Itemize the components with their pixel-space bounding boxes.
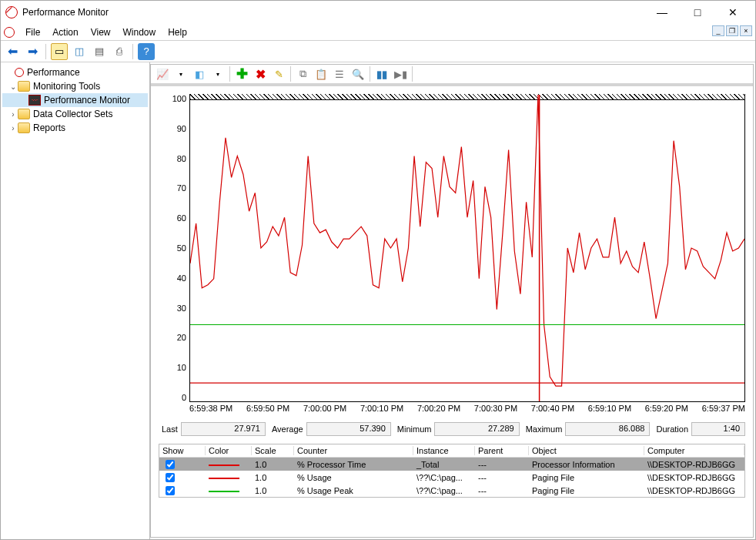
expand-icon[interactable]: ⌄ <box>8 82 18 91</box>
tree-node-monitoring[interactable]: ⌄ Monitoring Tools <box>2 79 148 93</box>
table-row[interactable]: 1.0% Usage Peak\??\C:\pag...---Paging Fi… <box>159 484 744 497</box>
x-tick: 7:00:30 PM <box>474 404 517 413</box>
delete-counter-button[interactable]: ✖ <box>252 65 269 82</box>
titlebar: Performance Monitor ― □ ✕ <box>1 1 755 24</box>
perfmon-icon: 〰 <box>28 95 41 106</box>
x-tick: 6:59:20 PM <box>645 404 688 413</box>
stat-avg-value: 57.390 <box>306 422 391 436</box>
y-tick: 10 <box>177 363 186 372</box>
stat-max-label: Maximum <box>523 424 563 434</box>
cell-counter: % Processor Time <box>294 460 413 469</box>
column-header[interactable]: Parent <box>475 446 529 455</box>
y-tick: 90 <box>177 124 186 133</box>
x-tick: 6:59:50 PM <box>246 404 289 413</box>
x-tick: 7:00:00 PM <box>303 404 346 413</box>
app-icon <box>5 6 18 18</box>
tree-node-reports[interactable]: › Reports <box>2 121 148 135</box>
highlight-button[interactable]: ✎ <box>270 65 287 82</box>
cell-scale: 1.0 <box>252 473 294 482</box>
tree-node-perfmon[interactable]: 〰 Performance Monitor <box>2 93 148 107</box>
menu-file[interactable]: File <box>19 25 46 39</box>
zoom-button[interactable]: 🔍 <box>350 65 366 82</box>
y-tick: 80 <box>177 154 186 163</box>
stat-dur-value: 1:40 <box>691 422 745 436</box>
expand-icon[interactable]: › <box>8 124 18 132</box>
folder-icon <box>18 109 30 119</box>
minimize-button[interactable]: ― <box>644 1 680 24</box>
mdi-restore[interactable]: ❐ <box>726 25 738 36</box>
menu-help[interactable]: Help <box>162 25 193 39</box>
cell-scale: 1.0 <box>252 486 294 495</box>
export-button[interactable]: ▤ <box>91 43 108 60</box>
plot[interactable] <box>189 94 745 402</box>
x-tick: 6:59:38 PM <box>189 404 232 413</box>
tree-node-label: Performance Monitor <box>44 95 130 106</box>
window-title: Performance Monitor <box>22 7 109 18</box>
help-button[interactable]: ? <box>138 43 155 60</box>
x-axis: 6:59:38 PM6:59:50 PM7:00:00 PM7:00:10 PM… <box>189 402 745 413</box>
stat-min-value: 27.289 <box>434 422 519 436</box>
table-header[interactable]: ShowColorScaleCounterInstanceParentObjec… <box>159 444 744 458</box>
mdi-close[interactable]: × <box>740 25 752 36</box>
navigation-tree[interactable]: Performance ⌄ Monitoring Tools 〰 Perform… <box>1 62 150 539</box>
show-checkbox[interactable] <box>166 460 175 469</box>
main-toolbar: ⬅ ➡ ▭ ◫ ▤ ⎙ ? <box>1 41 755 62</box>
menu-view[interactable]: View <box>85 25 117 39</box>
expand-icon[interactable]: › <box>8 110 18 119</box>
new-window-button[interactable]: ◫ <box>71 43 88 60</box>
mdi-minimize[interactable]: _ <box>712 25 724 36</box>
print-button[interactable]: ⎙ <box>111 43 128 60</box>
column-header[interactable]: Instance <box>413 446 475 455</box>
close-button[interactable]: ✕ <box>715 1 751 24</box>
copy-button[interactable]: ⧉ <box>294 65 311 82</box>
color-swatch <box>209 491 239 492</box>
column-header[interactable]: Computer <box>644 446 744 455</box>
freeze-button[interactable]: ▮▮ <box>373 65 390 82</box>
add-counter-button[interactable]: ✚ <box>233 65 250 82</box>
table-row[interactable]: 1.0% Usage\??\C:\pag...---Paging File\\D… <box>159 471 744 484</box>
stat-max-value: 86.088 <box>565 422 650 436</box>
update-button[interactable]: ▶▮ <box>392 65 409 82</box>
table-row[interactable]: 1.0% Processor Time_Total---Processor In… <box>159 458 744 471</box>
x-tick: 7:00:20 PM <box>417 404 460 413</box>
chart-toolbar: 📈 ▾ ◧ ▾ ✚ ✖ ✎ ⧉ 📋 ☰ 🔍 ▮▮ ▶▮ <box>151 65 753 86</box>
folder-icon <box>18 81 30 92</box>
show-hide-tree-button[interactable]: ▭ <box>51 43 68 60</box>
y-tick: 30 <box>177 304 186 313</box>
show-checkbox[interactable] <box>166 473 175 482</box>
column-header[interactable]: Show <box>159 446 206 455</box>
maximize-button[interactable]: □ <box>680 1 715 24</box>
forward-button[interactable]: ➡ <box>24 43 41 60</box>
column-header[interactable]: Color <box>206 446 252 455</box>
paste-button[interactable]: 📋 <box>313 65 329 82</box>
menu-window[interactable]: Window <box>117 25 162 39</box>
tree-root-label: Performance <box>27 67 80 78</box>
view-histogram-button[interactable]: ◧ <box>191 65 208 82</box>
properties-button[interactable]: ☰ <box>331 65 348 82</box>
column-header[interactable]: Object <box>529 446 644 455</box>
y-tick: 50 <box>177 243 186 253</box>
counter-table[interactable]: ShowColorScaleCounterInstanceParentObjec… <box>159 444 745 498</box>
view-dropdown[interactable]: ▾ <box>172 65 189 82</box>
tree-root[interactable]: Performance <box>2 65 148 79</box>
y-tick: 20 <box>177 333 186 342</box>
y-tick: 70 <box>177 183 186 193</box>
x-tick: 6:59:37 PM <box>702 404 745 413</box>
stat-avg-label: Average <box>269 424 303 434</box>
cell-object: Paging File <box>529 486 644 495</box>
view-dropdown-2[interactable]: ▾ <box>209 65 226 82</box>
column-header[interactable]: Scale <box>252 446 294 455</box>
tree-node-label: Data Collector Sets <box>33 109 112 119</box>
column-header[interactable]: Counter <box>294 446 413 455</box>
view-chart-button[interactable]: 📈 <box>154 65 171 82</box>
y-tick: 100 <box>172 94 186 103</box>
menu-action[interactable]: Action <box>46 25 84 39</box>
tree-node-dcs[interactable]: › Data Collector Sets <box>2 107 148 121</box>
main-area: Performance ⌄ Monitoring Tools 〰 Perform… <box>1 62 755 539</box>
content-pane: 📈 ▾ ◧ ▾ ✚ ✖ ✎ ⧉ 📋 ☰ 🔍 ▮▮ ▶▮ 100908070605… <box>150 64 754 538</box>
back-button[interactable]: ⬅ <box>4 43 21 60</box>
cell-computer: \\DESKTOP-RDJB6GG <box>644 486 744 495</box>
x-tick: 7:00:10 PM <box>360 404 403 413</box>
show-checkbox[interactable] <box>166 486 175 495</box>
performance-icon <box>15 68 24 77</box>
